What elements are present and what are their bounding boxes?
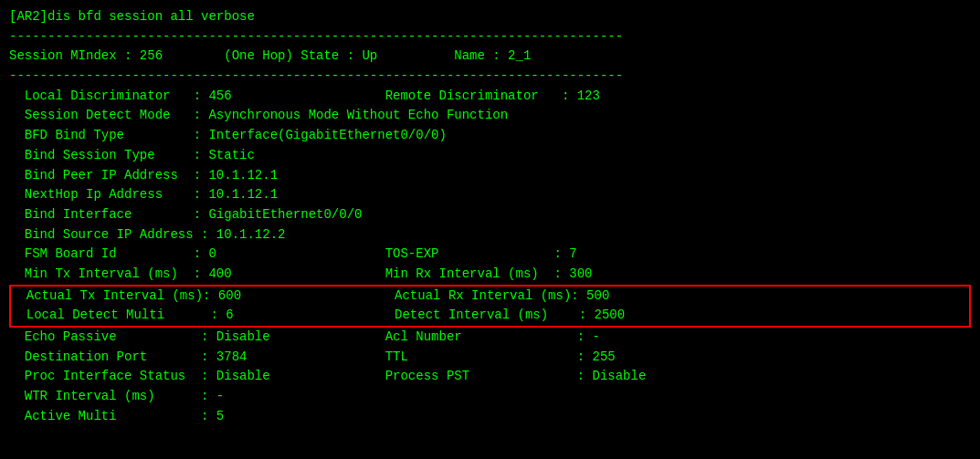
terminal-container: [AR2]dis bfd session all verbose -------… <box>9 7 971 426</box>
row-bind-source-ip: Bind Source IP Address : 10.1.12.2 <box>9 225 971 245</box>
row-destination-port: Destination Port : 3784 TTL : 255 <box>9 348 971 368</box>
command-line: [AR2]dis bfd session all verbose <box>9 7 971 27</box>
divider-1: ----------------------------------------… <box>9 27 971 47</box>
local-detect-multi-row: Local Detect Multi : 6 Detect Interval (… <box>11 306 969 326</box>
session-header: Session MIndex : 256 (One Hop) State : U… <box>9 47 971 67</box>
highlighted-actual-tx: Actual Tx Interval (ms): 600 Actual Rx I… <box>9 285 971 328</box>
row-min-tx-interval: Min Tx Interval (ms) : 400 Min Rx Interv… <box>9 265 971 285</box>
row-proc-interface-status: Proc Interface Status : Disable Process … <box>9 367 971 387</box>
row-bfd-bind-type: BFD Bind Type : Interface(GigabitEtherne… <box>9 126 971 146</box>
divider-2: ----------------------------------------… <box>9 67 971 87</box>
row-fsm-board: FSM Board Id : 0 TOS-EXP : 7 <box>9 245 971 265</box>
row-wtr-interval: WTR Interval (ms) : - <box>9 387 971 407</box>
actual-tx-row: Actual Tx Interval (ms): 600 Actual Rx I… <box>11 287 969 307</box>
row-echo-passive: Echo Passive : Disable Acl Number : - <box>9 328 971 348</box>
row-bind-interface: Bind Interface : GigabitEthernet0/0/0 <box>9 205 971 225</box>
row-bind-peer-ip: Bind Peer IP Address : 10.1.12.1 <box>9 166 971 186</box>
row-local-discriminator: Local Discriminator : 456 Remote Discrim… <box>9 87 971 107</box>
row-active-multi: Active Multi : 5 <box>9 407 971 427</box>
row-session-detect-mode: Session Detect Mode : Asynchronous Mode … <box>9 106 971 126</box>
row-bind-session-type: Bind Session Type : Static <box>9 146 971 166</box>
row-nexthop-ip: NextHop Ip Address : 10.1.12.1 <box>9 185 971 205</box>
